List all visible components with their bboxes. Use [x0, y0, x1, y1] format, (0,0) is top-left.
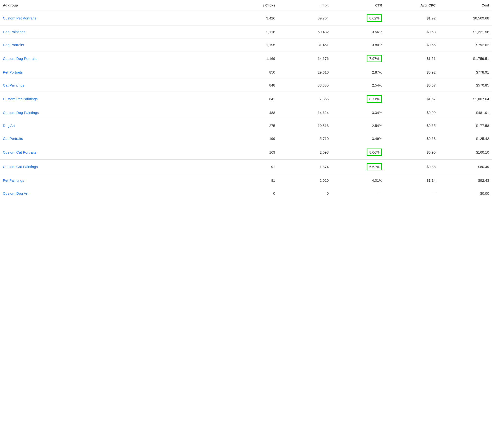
- cell-ctr: 2.54%: [332, 79, 385, 92]
- cell-cost: $570.85: [439, 79, 492, 92]
- adgroup-link[interactable]: Custom Pet Paintings: [3, 97, 38, 101]
- cell-clicks: 81: [225, 174, 278, 187]
- cell-clicks: 2,116: [225, 25, 278, 39]
- cell-adgroup: Custom Cat Portraits: [0, 145, 225, 159]
- cell-cost: $0.00: [439, 187, 492, 200]
- adgroup-link[interactable]: Cat Paintings: [3, 83, 24, 87]
- ctr-highlighted-value: 6.62%: [367, 163, 382, 170]
- table-row: Custom Dog Art00——$0.00: [0, 187, 492, 200]
- cell-clicks: 1,169: [225, 51, 278, 66]
- cell-clicks: 1,195: [225, 39, 278, 51]
- cell-cost: $481.01: [439, 106, 492, 119]
- cell-cost: $80.49: [439, 159, 492, 174]
- cell-adgroup: Dog Art: [0, 119, 225, 132]
- cell-adgroup: Dog Portraits: [0, 39, 225, 51]
- ctr-highlighted-value: 8.62%: [367, 14, 382, 22]
- cell-adgroup: Custom Dog Portraits: [0, 51, 225, 66]
- adgroup-link[interactable]: Pet Portraits: [3, 70, 23, 74]
- cell-impr: 14,676: [278, 51, 331, 66]
- cell-ctr: 6.62%: [332, 159, 385, 174]
- cell-avg-cpc: $0.66: [385, 39, 438, 51]
- cell-avg-cpc: $1.57: [385, 92, 438, 106]
- cell-ctr: 8.62%: [332, 11, 385, 25]
- cell-cost: $792.62: [439, 39, 492, 51]
- cell-clicks: 275: [225, 119, 278, 132]
- table-row: Custom Cat Paintings911,3746.62%$0.88$80…: [0, 159, 492, 174]
- cell-impr: 5,710: [278, 132, 331, 145]
- cell-cost: $6,569.68: [439, 11, 492, 25]
- cell-ctr: 3.49%: [332, 132, 385, 145]
- cell-ctr: 3.80%: [332, 39, 385, 51]
- cell-avg-cpc: $0.67: [385, 79, 438, 92]
- adgroup-link[interactable]: Pet Paintings: [3, 178, 24, 182]
- cell-cost: $92.43: [439, 174, 492, 187]
- table-row: Dog Portraits1,19531,4513.80%$0.66$792.6…: [0, 39, 492, 51]
- adgroup-link[interactable]: Custom Dog Portraits: [3, 57, 37, 60]
- cell-avg-cpc: $0.63: [385, 132, 438, 145]
- header-avg-cpc[interactable]: Avg. CPC: [385, 0, 438, 11]
- adgroup-link[interactable]: Custom Pet Portraits: [3, 16, 36, 20]
- cell-avg-cpc: $0.99: [385, 106, 438, 119]
- cell-avg-cpc: —: [385, 187, 438, 200]
- cell-adgroup: Pet Portraits: [0, 66, 225, 79]
- cell-avg-cpc: $0.88: [385, 159, 438, 174]
- adgroup-link[interactable]: Dog Art: [3, 124, 15, 128]
- header-ctr[interactable]: CTR: [332, 0, 385, 11]
- table-row: Cat Paintings84833,3352.54%$0.67$570.85: [0, 79, 492, 92]
- table-row: Pet Paintings812,0204.01%$1.14$92.43: [0, 174, 492, 187]
- cell-adgroup: Custom Dog Art: [0, 187, 225, 200]
- cell-impr: 7,356: [278, 92, 331, 106]
- table-row: Custom Cat Portraits1692,0988.06%$0.95$1…: [0, 145, 492, 159]
- table-row: Custom Dog Paintings48814,6243.34%$0.99$…: [0, 106, 492, 119]
- cell-ctr: —: [332, 187, 385, 200]
- cell-ctr: 3.56%: [332, 25, 385, 39]
- data-table: Ad group ↓Clicks Impr. CTR Avg. CPC Cost: [0, 0, 492, 200]
- cell-ctr: 2.87%: [332, 66, 385, 79]
- adgroup-link[interactable]: Dog Paintings: [3, 30, 25, 34]
- cell-clicks: 3,426: [225, 11, 278, 25]
- cell-impr: 2,098: [278, 145, 331, 159]
- cell-impr: 59,482: [278, 25, 331, 39]
- cell-avg-cpc: $1.51: [385, 51, 438, 66]
- adgroup-link[interactable]: Custom Dog Art: [3, 191, 28, 195]
- cell-ctr: 4.01%: [332, 174, 385, 187]
- cell-impr: 29,610: [278, 66, 331, 79]
- cell-ctr: 8.06%: [332, 145, 385, 159]
- ctr-highlighted-value: 8.06%: [367, 149, 382, 156]
- cell-ctr: 7.97%: [332, 51, 385, 66]
- cell-impr: 33,335: [278, 79, 331, 92]
- cell-clicks: 0: [225, 187, 278, 200]
- header-adgroup: Ad group: [0, 0, 225, 11]
- cell-clicks: 850: [225, 66, 278, 79]
- cell-adgroup: Cat Paintings: [0, 79, 225, 92]
- cell-impr: 31,451: [278, 39, 331, 51]
- cell-impr: 2,020: [278, 174, 331, 187]
- cell-ctr: 2.54%: [332, 119, 385, 132]
- adgroup-link[interactable]: Cat Portraits: [3, 137, 23, 141]
- cell-impr: 0: [278, 187, 331, 200]
- header-impr[interactable]: Impr.: [278, 0, 331, 11]
- cell-avg-cpc: $0.58: [385, 25, 438, 39]
- header-cost[interactable]: Cost: [439, 0, 492, 11]
- cell-ctr: 3.34%: [332, 106, 385, 119]
- cell-clicks: 91: [225, 159, 278, 174]
- adgroup-link[interactable]: Custom Dog Paintings: [3, 110, 39, 115]
- cell-adgroup: Custom Dog Paintings: [0, 106, 225, 119]
- cell-cost: $778.91: [439, 66, 492, 79]
- table-row: Custom Dog Portraits1,16914,6767.97%$1.5…: [0, 51, 492, 66]
- header-clicks[interactable]: ↓Clicks: [225, 0, 278, 11]
- cell-cost: $160.10: [439, 145, 492, 159]
- sort-arrow-icon: ↓: [263, 3, 264, 7]
- cell-impr: 10,813: [278, 119, 331, 132]
- adgroup-link[interactable]: Dog Portraits: [3, 43, 24, 47]
- table-header-row: Ad group ↓Clicks Impr. CTR Avg. CPC Cost: [0, 0, 492, 11]
- cell-cost: $1,759.51: [439, 51, 492, 66]
- cell-clicks: 169: [225, 145, 278, 159]
- cell-avg-cpc: $0.65: [385, 119, 438, 132]
- cell-impr: 39,764: [278, 11, 331, 25]
- adgroup-link[interactable]: Custom Cat Portraits: [3, 150, 36, 154]
- adgroup-link[interactable]: Custom Cat Paintings: [3, 165, 38, 169]
- cell-cost: $125.42: [439, 132, 492, 145]
- cell-avg-cpc: $1.14: [385, 174, 438, 187]
- table-row: Cat Portraits1995,7103.49%$0.63$125.42: [0, 132, 492, 145]
